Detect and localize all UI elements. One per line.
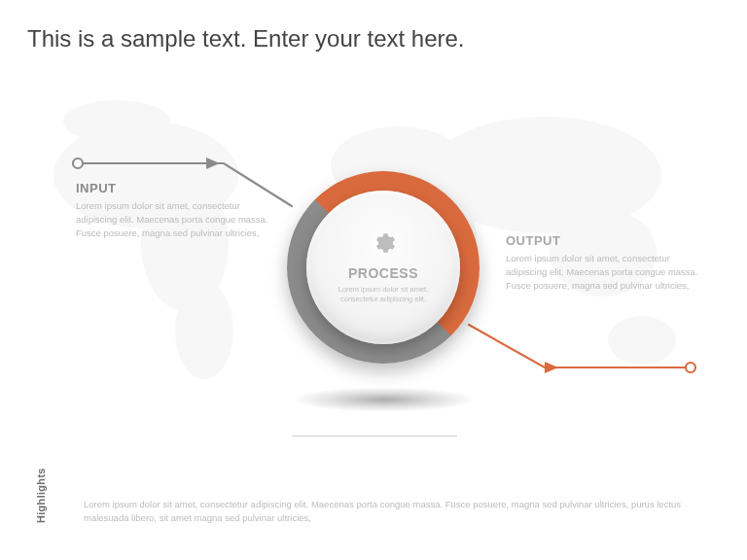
svg-point-9 [73, 158, 83, 168]
input-block[interactable]: INPUT Lorem ipsum dolor sit amet, consec… [76, 181, 270, 239]
output-body: Lorem ipsum dolor sit amet, consectetur … [506, 252, 700, 292]
output-label: OUTPUT [506, 233, 700, 248]
svg-point-2 [175, 282, 233, 379]
svg-point-10 [686, 363, 695, 372]
svg-point-7 [608, 316, 676, 365]
svg-point-8 [63, 100, 170, 143]
input-body: Lorem ipsum dolor sit amet, consectetur … [76, 199, 270, 239]
output-arrowhead [545, 362, 558, 373]
highlights-label: Highlights [35, 468, 47, 523]
input-arrowhead [206, 158, 220, 169]
divider [292, 436, 457, 437]
process-drop-shadow [292, 387, 477, 412]
process-inner: PROCESS Lorem ipsum dolor sit amet, cons… [306, 191, 460, 344]
gear-icon [371, 230, 396, 260]
slide-title[interactable]: This is a sample text. Enter your text h… [27, 25, 465, 52]
process-label: PROCESS [348, 265, 418, 281]
process-circle: PROCESS Lorem ipsum dolor sit amet, cons… [296, 180, 471, 355]
slide-canvas: This is a sample text. Enter your text h… [0, 0, 747, 560]
highlights-body[interactable]: Lorem ipsum dolor sit amet, consectetur … [84, 498, 687, 526]
input-label: INPUT [76, 181, 270, 195]
process-description: Lorem ipsum dolor sit amet, consectetur … [306, 281, 460, 304]
output-block[interactable]: OUTPUT Lorem ipsum dolor sit amet, conse… [506, 233, 700, 292]
